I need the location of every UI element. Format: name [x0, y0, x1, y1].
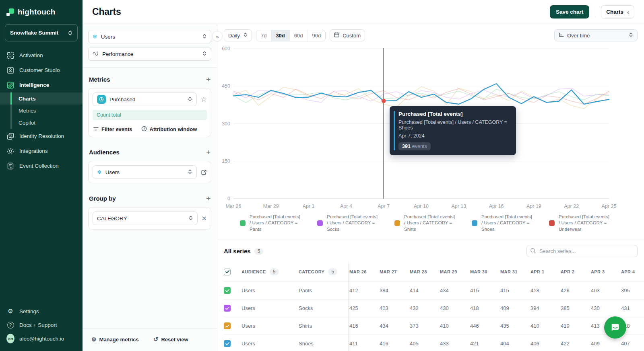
row-category: Socks — [299, 300, 349, 317]
legend-swatch — [240, 220, 246, 226]
audience-value: Users — [105, 169, 184, 175]
row-value: 430 — [590, 300, 620, 317]
hightouch-logo: hightouch — [0, 6, 83, 18]
select-all-checkbox[interactable] — [224, 269, 231, 275]
manage-metrics-button[interactable]: ⚙ Manage metrics — [91, 336, 139, 343]
group-by-select[interactable]: CATEGORY — [93, 211, 198, 225]
open-audience-external-link-icon[interactable] — [201, 169, 207, 175]
svg-text:450: 450 — [222, 83, 230, 89]
logo-text: hightouch — [18, 8, 56, 16]
workspace-selector[interactable]: Snowflake Summit — [5, 24, 78, 41]
table-row: UsersSocks425403432430418409394385430431 — [224, 300, 644, 317]
search-series-input[interactable] — [526, 245, 638, 257]
range-60d-button[interactable]: 60d — [289, 30, 308, 41]
filter-events-button[interactable]: Filter events — [93, 126, 132, 133]
view-select[interactable]: Performance — [88, 47, 211, 61]
sidebar: hightouch Snowflake Summit ActivationCus… — [0, 0, 83, 351]
chat-widget-button[interactable] — [604, 316, 626, 339]
integrations-icon — [6, 148, 14, 155]
sidebar-subitem-charts[interactable]: Charts — [0, 92, 83, 105]
header-divider — [595, 7, 595, 17]
svg-text:Apr 1: Apr 1 — [303, 203, 315, 209]
legend-item[interactable]: Purchased [Total events] / Users / CATEG… — [394, 214, 456, 233]
series-checkbox[interactable] — [224, 287, 231, 294]
sidebar-item-settings[interactable]: ⚙Settings — [0, 304, 83, 318]
legend-item[interactable]: Purchased [Total events] / Users / CATEG… — [317, 214, 378, 233]
remove-group-by-icon[interactable]: ✕ — [202, 215, 207, 222]
legend-item[interactable]: Purchased [Total events] / Users / CATEG… — [549, 214, 610, 233]
subitem-rail — [10, 105, 12, 117]
customer-studio-icon — [6, 67, 14, 74]
svg-text:Mar 26: Mar 26 — [226, 203, 242, 209]
view-mode-select[interactable]: Over time — [554, 29, 638, 41]
row-value: 410 — [439, 317, 469, 335]
row-value: 411 — [349, 335, 379, 351]
sidebar-subitem-copilot[interactable]: Copilot — [0, 117, 83, 129]
sidebar-subitem-metrics[interactable]: Metrics — [0, 105, 83, 117]
sidebar-item-label: Activation — [19, 52, 43, 58]
chart-tooltip: Purchased [Total events] Purchased [Tota… — [390, 106, 516, 155]
category-count-badge: 5 — [328, 268, 337, 275]
legend-item[interactable]: Purchased [Total events] / Users / CATEG… — [472, 214, 533, 233]
add-audience-button[interactable]: + — [206, 148, 211, 156]
add-metric-button[interactable]: + — [206, 76, 211, 83]
metric-select[interactable]: Purchased — [93, 92, 197, 106]
range-7d-button[interactable]: 7d — [256, 30, 271, 41]
row-value: 425 — [349, 300, 379, 317]
event-collection-icon — [6, 162, 14, 170]
row-value: 422 — [560, 335, 590, 351]
row-value: 433 — [439, 335, 469, 351]
legend-label: Purchased [Total events] / Users / CATEG… — [404, 214, 456, 233]
sidebar-item-label: Integrations — [19, 148, 48, 154]
parent-model-select[interactable]: ❄ Users — [88, 30, 211, 43]
sidebar-item-identity-resolution[interactable]: Identity Resolution — [0, 129, 83, 144]
reset-view-button[interactable]: ↺ Reset view — [153, 336, 188, 343]
series-checkbox[interactable] — [224, 340, 231, 347]
row-value: 373 — [409, 317, 439, 335]
row-value: 385 — [560, 300, 590, 317]
svg-text:Mar 29: Mar 29 — [263, 203, 279, 209]
svg-text:Apr 7: Apr 7 — [378, 203, 390, 209]
row-audience: Users — [242, 300, 299, 317]
row-value: 446 — [469, 317, 500, 335]
granularity-select[interactable]: Daily — [224, 29, 252, 41]
chevron-up-down-icon — [629, 32, 633, 39]
favorite-metric-star-icon[interactable]: ☆ — [201, 95, 207, 104]
sidebar-item-intelligence[interactable]: Intelligence — [0, 78, 83, 92]
sidebar-item-docs-support[interactable]: ?Docs + Support — [0, 318, 83, 332]
chevron-up-down-icon — [68, 30, 72, 36]
sidebar-item-customer-studio[interactable]: Customer Studio — [0, 63, 83, 78]
sidebar-subitem-label: Charts — [19, 96, 36, 102]
all-series-title: All series — [224, 248, 251, 255]
sidebar-item-event-collection[interactable]: Event Collection — [0, 158, 83, 173]
collapse-panel-button[interactable]: « — [212, 31, 223, 41]
custom-range-button[interactable]: Custom — [330, 29, 365, 41]
range-90d-button[interactable]: 90d — [307, 30, 325, 41]
save-chart-button[interactable]: Save chart — [550, 5, 589, 18]
charts-panel-button[interactable]: Charts ‹ — [601, 5, 634, 18]
header-date-column: APR 4 — [620, 262, 644, 281]
series-checkbox[interactable] — [224, 322, 231, 329]
snowflake-icon: ❄ — [97, 169, 102, 175]
row-category: Shirts — [299, 317, 349, 335]
sidebar-item-integrations[interactable]: Integrations — [0, 144, 83, 158]
audience-select[interactable]: ❄ Users — [93, 165, 197, 179]
svg-text:Apr 13: Apr 13 — [451, 203, 466, 209]
header-audience: AUDIENCE5 — [242, 262, 299, 281]
chevron-up-down-icon — [202, 51, 207, 57]
chat-bubble-icon — [610, 322, 621, 333]
legend-item[interactable]: Purchased [Total events] / Users / CATEG… — [240, 214, 301, 233]
attribution-window-button[interactable]: Attribution window — [141, 126, 197, 133]
line-chart[interactable]: 0150300450600Mar 26Mar 29Apr 1Apr 4Apr 7… — [217, 43, 644, 208]
range-30d-button[interactable]: 30d — [271, 30, 289, 41]
tooltip-value-badge: 391events — [398, 142, 431, 150]
account-menu[interactable]: AH alec@hightouch.io — [0, 332, 83, 345]
series-checkbox[interactable] — [224, 305, 231, 312]
performance-icon — [93, 51, 99, 57]
header-date-column: MAR 26 — [349, 262, 379, 281]
axis-chart-icon — [559, 33, 564, 39]
sidebar-item-activation[interactable]: Activation — [0, 48, 83, 63]
add-group-by-button[interactable]: + — [206, 195, 211, 202]
row-category: Shoes — [299, 335, 349, 351]
sidebar-item-label: Event Collection — [19, 163, 59, 169]
